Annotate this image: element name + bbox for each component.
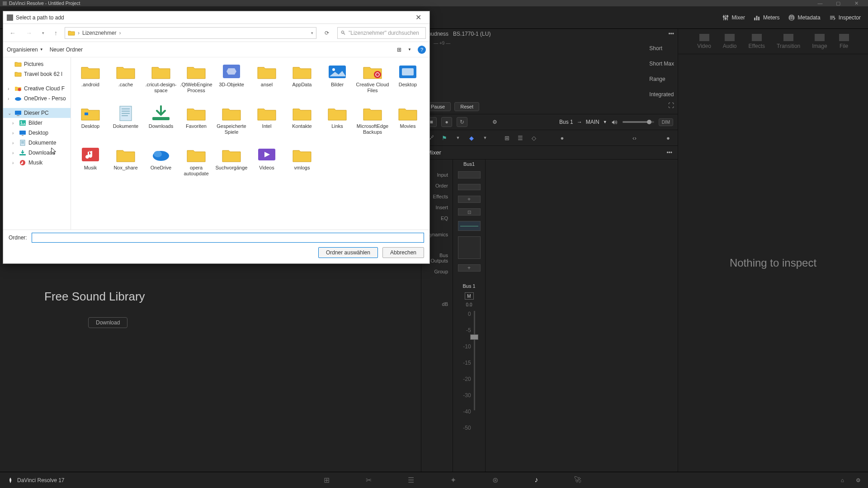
mute-button[interactable]: M <box>465 292 474 300</box>
tree-item-creative-cloud-f[interactable]: ›Creative Cloud F <box>3 84 71 94</box>
folder-opera-autoupdate[interactable]: opera autoupdate <box>179 145 213 186</box>
expand-meter-icon[interactable]: ⛶ <box>668 102 674 111</box>
order-slot[interactable] <box>458 184 481 190</box>
new-folder-button[interactable]: Neuer Ordner <box>50 47 83 53</box>
page-cut[interactable]: ✂︎ <box>366 476 372 484</box>
expand-icon[interactable]: › <box>12 150 17 155</box>
inspector-tab-effects[interactable]: Effects <box>749 34 765 49</box>
loop-button[interactable]: ↻ <box>457 117 467 127</box>
breadcrumb-text[interactable]: Lizenznehmer <box>82 30 116 36</box>
list-view-icon[interactable]: ☰ <box>515 133 525 143</box>
tree-item-bilder[interactable]: ›Bilder <box>3 118 71 128</box>
minimize-button[interactable]: — <box>811 0 829 6</box>
folder-appdata[interactable]: AppData <box>285 62 319 103</box>
maximize-button[interactable]: ▢ <box>829 0 847 6</box>
expand-icon[interactable]: › <box>12 160 17 165</box>
inspector-tab-transition[interactable]: Transition <box>777 34 800 49</box>
bus-output-add-button[interactable]: + <box>458 264 481 272</box>
folder-downloads[interactable]: Downloads <box>144 103 178 144</box>
cancel-button[interactable]: Abbrechen <box>382 247 424 258</box>
expand-icon[interactable]: › <box>12 141 17 145</box>
view-dropdown-icon[interactable]: ▼ <box>408 47 411 52</box>
folder-creative-cloud-files[interactable]: Creative Cloud Files <box>356 62 389 103</box>
grid-view-icon[interactable]: ⊞ <box>502 133 512 143</box>
tree-item-pictures[interactable]: Pictures <box>3 59 71 69</box>
inspector-tab-image[interactable]: Image <box>812 34 827 49</box>
expand-icon[interactable]: › <box>8 86 12 91</box>
fader-track[interactable] <box>474 311 475 410</box>
expand-icon[interactable]: › <box>12 121 17 126</box>
page-edit[interactable]: ☰ <box>408 476 414 484</box>
circle-tool-icon[interactable]: ● <box>557 133 567 143</box>
eq-display[interactable] <box>458 221 481 231</box>
folder--android[interactable]: .android <box>74 62 107 103</box>
marker-dropdown-icon[interactable]: ▼ <box>480 133 490 143</box>
folder-bilder[interactable]: Bilder <box>321 62 354 103</box>
inspector-tab-file[interactable]: File <box>839 34 849 49</box>
folder-microsoftedgebackups[interactable]: MicrosoftEdgeBackups <box>356 103 389 144</box>
search-field[interactable]: 🔍︎ "Lizenznehmer" durchsuchen <box>337 27 426 39</box>
nav-up-button[interactable]: ↑ <box>52 29 60 37</box>
zoom-out-icon[interactable]: ‹› <box>629 133 639 143</box>
view-mode-button[interactable]: ⊞︎ <box>397 47 401 53</box>
page-fusion[interactable]: ✦ <box>450 476 456 484</box>
nav-back-button[interactable]: ← <box>7 29 19 37</box>
folder-onedrive[interactable]: OneDrive <box>144 145 178 186</box>
main-label[interactable]: MAIN <box>586 119 599 125</box>
expand-icon[interactable]: ⌄ <box>8 111 12 116</box>
automation-icon[interactable]: ⚙︎ <box>492 119 497 125</box>
page-deliver[interactable]: 🚀︎ <box>574 476 581 484</box>
dim-button[interactable]: DIM <box>659 118 673 126</box>
reset-button[interactable]: Reset <box>454 102 479 111</box>
home-icon[interactable]: ⌂ <box>841 477 844 483</box>
expand-icon[interactable]: › <box>8 96 12 101</box>
effects-add-button[interactable]: + <box>458 196 481 203</box>
folder-ansel[interactable]: ansel <box>250 62 283 103</box>
record-button[interactable]: ● <box>441 117 452 127</box>
flag-dropdown-icon[interactable]: ▼ <box>453 133 463 143</box>
inspector-toggle[interactable]: Inspector <box>829 14 861 21</box>
tree-item-desktop[interactable]: ›Desktop <box>3 128 71 138</box>
folder-movies[interactable]: Movies <box>391 103 425 144</box>
download-button[interactable]: Download <box>88 317 127 328</box>
organize-button[interactable]: Organisieren ▼ <box>7 47 43 53</box>
volume-slider[interactable] <box>623 121 654 123</box>
tree-item-onedrive-perso[interactable]: ›OneDrive - Perso <box>3 94 71 103</box>
dialog-close-button[interactable]: ✕ <box>411 13 426 22</box>
folder-suchvorg-nge[interactable]: Suchvorgänge <box>215 145 248 186</box>
inspector-tab-audio[interactable]: Audio <box>723 34 737 49</box>
fader-handle[interactable] <box>470 334 478 340</box>
folder--qtwebengineprocess[interactable]: .QtWebEngineProcess <box>179 62 213 103</box>
tree-item-downloads[interactable]: ›Downloads <box>3 148 71 158</box>
help-button[interactable]: ? <box>418 46 426 54</box>
folder--cache[interactable]: .cache <box>109 62 142 103</box>
tree-item-musik[interactable]: ›Musik <box>3 158 71 168</box>
folder-gespeicherte-spiele[interactable]: Gespeicherte Spiele <box>215 103 248 144</box>
marker-tool-icon[interactable]: ◆ <box>467 133 476 143</box>
insert-slot[interactable]: ⊡ <box>458 208 481 216</box>
folder-dokumente[interactable]: Dokumente <box>109 103 142 144</box>
select-folder-button[interactable]: Ordner auswählen <box>318 247 378 258</box>
folder-vmlogs[interactable]: vmlogs <box>285 145 319 186</box>
breadcrumb-dropdown-icon[interactable]: ▾ <box>311 31 313 35</box>
folder-videos[interactable]: Videos <box>250 145 283 186</box>
input-slot[interactable] <box>458 171 481 178</box>
tree-item-dokumente[interactable]: ›Dokumente <box>3 138 71 148</box>
meters-toggle[interactable]: Meters <box>753 14 780 21</box>
page-fairlight[interactable]: ♪ <box>534 476 538 484</box>
page-color[interactable]: ⊛ <box>492 476 498 484</box>
nav-dropdown-icon[interactable]: ▾ <box>39 31 47 35</box>
loudness-menu-icon[interactable]: ••• <box>668 31 674 37</box>
snap-icon[interactable]: ◇ <box>529 133 539 143</box>
folder-nox-share[interactable]: Nox_share <box>109 145 142 186</box>
folder-3d-objekte[interactable]: 3D-Objekte <box>215 62 248 103</box>
settings-icon[interactable]: ⚙︎ <box>856 477 861 483</box>
folder-desktop[interactable]: Desktop <box>391 62 425 103</box>
flag-tool-icon[interactable]: ⚑ <box>439 133 449 143</box>
close-button[interactable]: ✕ <box>847 0 865 6</box>
folder-favoriten[interactable]: Favoriten <box>179 103 213 144</box>
tree-item-dieser-pc[interactable]: ⌄Dieser PC <box>3 108 71 118</box>
folder-input[interactable] <box>32 233 424 243</box>
inspector-tab-video[interactable]: Video <box>697 34 711 49</box>
folder-intel[interactable]: Intel <box>250 103 283 144</box>
